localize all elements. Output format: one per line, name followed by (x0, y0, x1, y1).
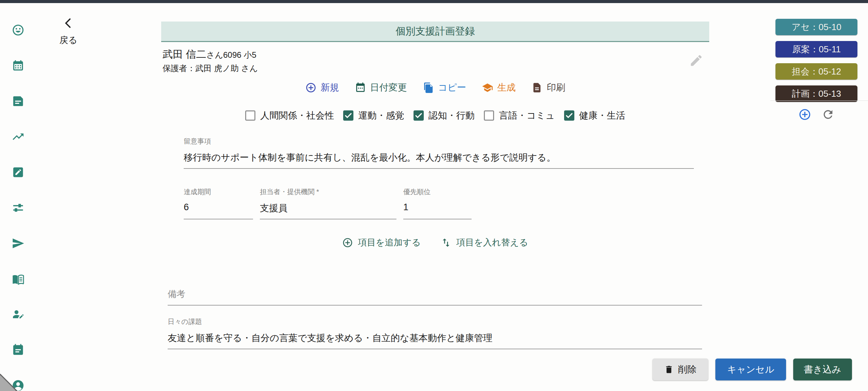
remarks-field-label: 備考 (168, 288, 702, 300)
calendar-icon[interactable] (12, 59, 25, 72)
checkbox-label: 人間関係・社会性 (260, 109, 334, 122)
back-label: 戻る (55, 34, 82, 46)
checkbox-label: 健康・生活 (579, 109, 625, 122)
send-icon[interactable] (12, 237, 25, 250)
add-plan-icon[interactable] (798, 108, 811, 121)
record-action-row: 新規 日付変更 コピー 生成 印刷 (161, 79, 709, 96)
student-name-line: 武田 信二さん6096 小5 (163, 48, 258, 61)
checkbox-health[interactable]: 健康・生活 (564, 109, 625, 122)
footer-buttons: 削除 キャンセル 書き込み (653, 359, 852, 380)
checkbox-label: 認知・行動 (429, 109, 475, 122)
note-icon[interactable] (12, 95, 25, 108)
person-edit-icon[interactable] (12, 308, 25, 321)
priority-field-value[interactable]: 1 (403, 202, 472, 213)
checkbox-language[interactable]: 言語・コミュ (484, 109, 555, 122)
student-name: 武田 信二 (163, 49, 206, 60)
checkbox-icon (414, 110, 424, 121)
sidebar (12, 24, 25, 391)
priority-field[interactable]: 優先順位 1 (403, 187, 472, 219)
delete-button[interactable]: 削除 (653, 359, 708, 380)
period-field-label: 達成期間 (184, 187, 253, 197)
new-record-button[interactable]: 新規 (305, 81, 339, 94)
student-info: 武田 信二さん6096 小5 保護者：武田 虎ノ助 さん (163, 48, 258, 73)
period-field[interactable]: 達成期間 6 (184, 187, 253, 219)
print-button[interactable]: 印刷 (531, 81, 565, 94)
student-suffix: さん6096 小5 (206, 50, 256, 59)
generate-button[interactable]: 生成 (482, 81, 516, 94)
item-actions-row: 項目を追加する 項目を入れ替える (161, 237, 709, 248)
remarks-field[interactable]: 備考 (168, 288, 702, 306)
add-circle-icon (342, 237, 353, 248)
checkbox-label: 言語・コミュ (499, 109, 555, 122)
school-icon (482, 82, 493, 93)
add-item-label: 項目を追加する (358, 237, 421, 248)
print-label: 印刷 (547, 81, 565, 94)
checkbox-motor[interactable]: 運動・感覚 (343, 109, 404, 122)
new-record-label: 新規 (321, 81, 339, 94)
swap-items-button[interactable]: 項目を入れ替える (440, 237, 528, 248)
guardian-name: 保護者：武田 虎ノ助 さん (163, 63, 258, 73)
cancel-button[interactable]: キャンセル (715, 359, 786, 380)
page-title: 個別支援計画登録 (396, 25, 475, 38)
calendar-icon (355, 82, 366, 93)
priority-field-label: 優先順位 (403, 187, 472, 197)
copy-label: コピー (438, 81, 466, 94)
period-field-value[interactable]: 6 (184, 202, 253, 213)
checkbox-icon (343, 110, 353, 121)
right-panel-actions (775, 108, 857, 121)
note-field-value[interactable]: 移行時のサポート体制を事前に共有し、混乱を最小化。本人が理解できる形で説明する。 (184, 151, 694, 164)
print-icon (531, 82, 543, 93)
category-checkbox-row: 人間関係・社会性 運動・感覚 認知・行動 言語・コミュ 健康・生活 (161, 107, 709, 124)
generate-label: 生成 (497, 81, 516, 94)
right-panel-divider (770, 100, 868, 101)
tune-icon[interactable] (12, 201, 25, 214)
window-top-bar (0, 0, 868, 3)
mood-icon[interactable] (12, 24, 25, 37)
chevron-left-icon (62, 17, 74, 29)
trending-up-icon[interactable] (12, 130, 25, 143)
add-circle-icon (305, 82, 317, 93)
daily-tasks-value[interactable]: 友達と順番を守る・自分の言葉で支援を求める・自立的な基本動作と健康管理 (168, 332, 702, 344)
badge-plan[interactable]: 計画：05-13 (775, 85, 857, 102)
daily-tasks-field[interactable]: 日々の課題 友達と順番を守る・自分の言葉で支援を求める・自立的な基本動作と健康管… (168, 317, 702, 349)
note-field[interactable]: 留意事項 移行時のサポート体制を事前に共有し、混乱を最小化。本人が理解できる形で… (184, 137, 694, 169)
swap-items-label: 項目を入れ替える (456, 237, 528, 248)
badge-meeting[interactable]: 担会：05-12 (775, 63, 857, 80)
edit-pencil-icon[interactable] (689, 53, 703, 68)
swap-vert-icon (440, 237, 451, 248)
note-field-label: 留意事項 (184, 137, 694, 146)
document-badges: アセ：05-10 原案：05-11 担会：05-12 計画：05-13 (775, 19, 857, 102)
staff-field-label: 担当者・提供機関 * (260, 187, 396, 197)
checkbox-label: 運動・感覚 (358, 109, 404, 122)
book-icon[interactable] (12, 272, 25, 285)
badge-draft[interactable]: 原案：05-11 (775, 41, 857, 57)
edit-icon[interactable] (12, 166, 25, 179)
trash-icon (664, 365, 674, 374)
checkbox-icon (484, 110, 494, 121)
checkbox-icon (564, 110, 574, 121)
checkbox-social[interactable]: 人間関係・社会性 (245, 109, 334, 122)
write-label: 書き込み (804, 363, 841, 376)
checkbox-cognition[interactable]: 認知・行動 (414, 109, 475, 122)
change-date-button[interactable]: 日付変更 (355, 81, 407, 94)
copy-button[interactable]: コピー (423, 81, 466, 94)
delete-label: 削除 (678, 363, 697, 376)
staff-field-value[interactable]: 支援員 (260, 202, 396, 214)
copy-icon (423, 82, 434, 93)
page-title-bar: 個別支援計画登録 (161, 22, 709, 42)
staff-field[interactable]: 担当者・提供機関 * 支援員 (260, 187, 396, 219)
badge-assessment[interactable]: アセ：05-10 (775, 19, 857, 35)
detail-fields-row: 達成期間 6 担当者・提供機関 * 支援員 優先順位 1 (184, 187, 472, 219)
back-button[interactable]: 戻る (55, 17, 82, 46)
change-date-label: 日付変更 (370, 81, 407, 94)
daily-tasks-label: 日々の課題 (168, 317, 702, 326)
cancel-label: キャンセル (727, 363, 774, 376)
write-button[interactable]: 書き込み (793, 359, 852, 380)
add-item-button[interactable]: 項目を追加する (342, 237, 421, 248)
event-note-icon[interactable] (12, 343, 25, 356)
checkbox-icon (245, 110, 255, 121)
refresh-icon[interactable] (822, 108, 835, 121)
